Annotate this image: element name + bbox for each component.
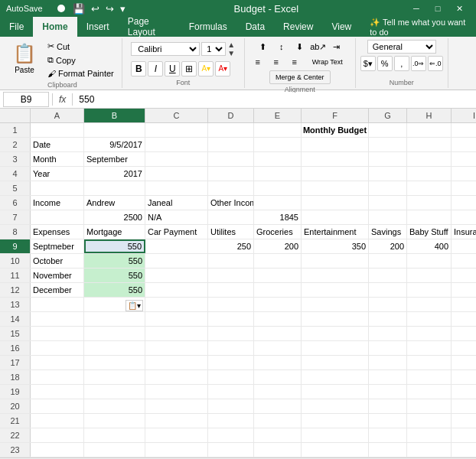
- tab-tell-me[interactable]: ✨ Tell me what you want to do: [360, 17, 476, 37]
- cell-c14[interactable]: [145, 312, 208, 326]
- cell-e11[interactable]: [254, 269, 302, 282]
- cell-h18[interactable]: [407, 370, 452, 384]
- cell-i22[interactable]: [452, 428, 476, 442]
- cell-e9[interactable]: 200: [254, 239, 302, 253]
- cell-f5[interactable]: [302, 181, 369, 195]
- cell-i6[interactable]: [452, 196, 476, 210]
- cell-e10[interactable]: [254, 254, 302, 268]
- cell-b18[interactable]: [84, 370, 145, 384]
- cell-a15[interactable]: [31, 327, 84, 340]
- font-color-button[interactable]: A▾: [215, 61, 230, 76]
- cell-e6[interactable]: [254, 196, 302, 210]
- dollar-button[interactable]: $▾: [360, 56, 376, 71]
- cell-b20[interactable]: [84, 399, 145, 413]
- cell-f6[interactable]: [302, 196, 369, 210]
- cell-b11[interactable]: 550: [84, 269, 145, 282]
- cell-e14[interactable]: [254, 312, 302, 326]
- paste-helper-icon[interactable]: 📋▾: [126, 300, 143, 311]
- cell-g9[interactable]: 200: [369, 239, 407, 253]
- cell-h8[interactable]: Baby Stuff: [407, 225, 452, 239]
- cell-b7[interactable]: 2500: [84, 210, 145, 224]
- cell-i11[interactable]: [452, 269, 476, 282]
- cell-g12[interactable]: [369, 283, 407, 297]
- cell-i8[interactable]: Insurance: [452, 225, 476, 239]
- cell-b22[interactable]: [84, 428, 145, 442]
- cell-e13[interactable]: [254, 298, 302, 311]
- cell-c22[interactable]: [145, 428, 208, 442]
- cell-b14[interactable]: [84, 312, 145, 326]
- cell-h21[interactable]: [407, 414, 452, 428]
- col-header-a[interactable]: A: [31, 109, 84, 122]
- cell-b10[interactable]: 550: [84, 254, 145, 268]
- cell-a22[interactable]: [31, 428, 84, 442]
- cell-c9[interactable]: [145, 239, 208, 253]
- cell-e18[interactable]: [254, 370, 302, 384]
- cell-f20[interactable]: [302, 399, 369, 413]
- cell-b23[interactable]: [84, 443, 145, 457]
- cell-a7[interactable]: [31, 210, 84, 224]
- cell-a2[interactable]: Date: [31, 138, 84, 151]
- increase-font-btn[interactable]: ▲: [227, 41, 235, 49]
- tab-home[interactable]: Home: [33, 17, 77, 37]
- customize-icon[interactable]: ▾: [119, 2, 127, 16]
- increase-indent-button[interactable]: ⇥: [328, 40, 345, 54]
- decrease-decimal-button[interactable]: ⇐.0: [428, 56, 443, 71]
- cell-c19[interactable]: [145, 385, 208, 399]
- cell-f21[interactable]: [302, 414, 369, 428]
- cell-c10[interactable]: [145, 254, 208, 268]
- cell-e3[interactable]: [254, 152, 302, 166]
- cell-c6[interactable]: Janeal: [145, 196, 208, 210]
- cell-f19[interactable]: [302, 385, 369, 399]
- cell-a6[interactable]: Income: [31, 196, 84, 210]
- cell-c8[interactable]: Car Payment: [145, 225, 208, 239]
- cell-e23[interactable]: [254, 443, 302, 457]
- text-angle-button[interactable]: ab↗: [310, 40, 327, 54]
- cell-i17[interactable]: [452, 356, 476, 369]
- comma-button[interactable]: ,: [394, 56, 409, 71]
- cell-d10[interactable]: [208, 254, 254, 268]
- redo-icon[interactable]: ↪: [104, 2, 116, 16]
- close-button[interactable]: ✕: [448, 0, 470, 17]
- cell-h20[interactable]: [407, 399, 452, 413]
- col-header-e[interactable]: E: [254, 109, 302, 122]
- cell-d5[interactable]: [208, 181, 254, 195]
- cell-h23[interactable]: [407, 443, 452, 457]
- cell-b21[interactable]: [84, 414, 145, 428]
- cell-d19[interactable]: [208, 385, 254, 399]
- cell-a21[interactable]: [31, 414, 84, 428]
- cell-c12[interactable]: [145, 283, 208, 297]
- cell-d16[interactable]: [208, 341, 254, 355]
- cell-f7[interactable]: [302, 210, 369, 224]
- format-painter-button[interactable]: 🖌 Format Painter: [44, 67, 117, 80]
- font-size-selector[interactable]: 11: [201, 42, 226, 56]
- cell-h5[interactable]: [407, 181, 452, 195]
- col-header-f[interactable]: F: [302, 109, 369, 122]
- cell-f18[interactable]: [302, 370, 369, 384]
- cell-e17[interactable]: [254, 356, 302, 369]
- increase-decimal-button[interactable]: .0⇒: [411, 56, 426, 71]
- cell-a1[interactable]: [31, 123, 84, 137]
- cell-a11[interactable]: November: [31, 269, 84, 282]
- cell-e5[interactable]: [254, 181, 302, 195]
- cell-e22[interactable]: [254, 428, 302, 442]
- cell-g5[interactable]: [369, 181, 407, 195]
- cell-g6[interactable]: [369, 196, 407, 210]
- cell-reference-input[interactable]: B9: [3, 92, 49, 107]
- cell-e21[interactable]: [254, 414, 302, 428]
- cell-i2[interactable]: [452, 138, 476, 151]
- cell-c4[interactable]: [145, 167, 208, 181]
- cell-h16[interactable]: [407, 341, 452, 355]
- col-header-g[interactable]: G: [369, 109, 407, 122]
- cell-g16[interactable]: [369, 341, 407, 355]
- tab-formulas[interactable]: Formulas: [180, 17, 236, 37]
- maximize-button[interactable]: □: [427, 0, 448, 17]
- wrap-text-button[interactable]: Wrap Text: [305, 55, 350, 69]
- save-icon[interactable]: 💾: [71, 2, 86, 16]
- cell-d1[interactable]: [208, 123, 254, 137]
- cell-c16[interactable]: [145, 341, 208, 355]
- cell-g3[interactable]: [369, 152, 407, 166]
- cell-a17[interactable]: [31, 356, 84, 369]
- cell-d13[interactable]: [208, 298, 254, 311]
- cell-f1[interactable]: Monthly Budget: [302, 123, 369, 137]
- merge-center-button[interactable]: Merge & Center: [269, 70, 331, 84]
